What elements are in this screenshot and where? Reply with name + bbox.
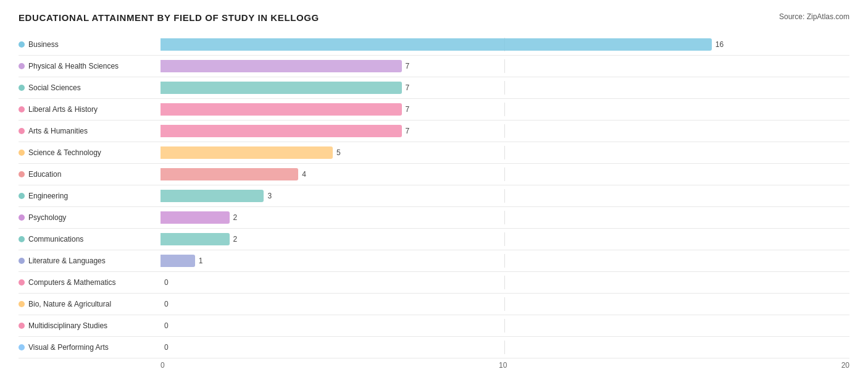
bar-fill (161, 146, 333, 159)
bar-dot (19, 193, 25, 199)
bar-value: 0 (164, 300, 169, 308)
bar-dot (19, 301, 25, 307)
bar-label: Education (28, 170, 61, 179)
bar-dot (19, 171, 25, 177)
bar-label: Liberal Arts & History (28, 105, 98, 114)
bar-track: 2 (161, 232, 849, 246)
bar-row: Multidisciplinary Studies0 (19, 315, 849, 337)
bar-row: Business16 (19, 34, 849, 56)
bar-dot (19, 128, 25, 134)
bar-label: Communications (28, 235, 83, 244)
chart-title: EDUCATIONAL ATTAINMENT BY FIELD OF STUDY… (19, 12, 319, 23)
bar-value: 5 (336, 148, 341, 157)
bar-label: Social Sciences (28, 83, 81, 92)
source-label: Source: ZipAtlas.com (779, 12, 849, 21)
bar-label: Physical & Health Sciences (28, 62, 119, 70)
bar-dot (19, 258, 25, 264)
bar-track: 4 (161, 167, 849, 181)
bar-fill (161, 211, 230, 224)
bar-track: 3 (161, 189, 849, 203)
bar-track: 16 (161, 38, 849, 51)
bar-value: 0 (164, 321, 169, 330)
bar-value: 16 (716, 40, 724, 49)
bar-dot (19, 106, 25, 112)
bar-track: 7 (161, 81, 849, 95)
bar-label: Multidisciplinary Studies (28, 321, 107, 330)
bar-row: Computers & Mathematics0 (19, 272, 849, 294)
bar-value: 1 (199, 256, 203, 265)
bar-label: Visual & Performing Arts (28, 343, 109, 352)
bar-dot (19, 41, 25, 48)
bar-fill (161, 233, 230, 245)
bar-label: Business (28, 40, 59, 49)
bar-label: Science & Technology (28, 148, 101, 157)
bar-value: 7 (406, 105, 410, 114)
bar-label: Literature & Languages (28, 256, 106, 265)
bar-track: 0 (161, 297, 849, 311)
bar-track: 2 (161, 211, 849, 224)
bar-row: Communications2 (19, 229, 849, 250)
x-axis: 01020 (19, 361, 849, 370)
bar-label: Computers & Mathematics (28, 278, 115, 287)
bar-dot (19, 214, 25, 221)
bar-label: Psychology (28, 213, 66, 222)
bar-row: Social Sciences7 (19, 77, 849, 99)
x-tick: 10 (499, 361, 507, 370)
bar-row: Science & Technology5 (19, 142, 849, 164)
bar-row: Bio, Nature & Agricultural0 (19, 294, 849, 315)
bar-track: 7 (161, 103, 849, 116)
x-tick: 0 (161, 361, 165, 370)
bar-value: 0 (164, 278, 169, 287)
bar-value: 2 (233, 213, 238, 222)
bar-row: Physical & Health Sciences7 (19, 56, 849, 77)
bar-fill (161, 125, 402, 137)
bar-dot (19, 150, 25, 156)
bar-value: 7 (406, 127, 410, 135)
bar-track: 0 (161, 341, 849, 354)
bar-value: 3 (267, 192, 272, 200)
bar-label: Engineering (28, 192, 68, 200)
bar-track: 0 (161, 319, 849, 333)
bar-dot (19, 236, 25, 242)
bar-value: 4 (302, 170, 306, 179)
bar-fill (161, 190, 264, 202)
bar-value: 2 (233, 235, 238, 244)
bar-track: 1 (161, 254, 849, 268)
bar-value: 0 (164, 343, 169, 352)
bar-value: 7 (406, 62, 410, 70)
bar-row: Visual & Performing Arts0 (19, 337, 849, 358)
bar-row: Education4 (19, 164, 849, 185)
bar-track: 7 (161, 59, 849, 73)
bar-fill (161, 38, 712, 51)
bar-label: Bio, Nature & Agricultural (28, 300, 111, 308)
bar-dot (19, 63, 25, 69)
bar-row: Liberal Arts & History7 (19, 99, 849, 121)
bar-track: 5 (161, 146, 849, 159)
bar-dot (19, 323, 25, 329)
bar-fill (161, 60, 402, 72)
bar-row: Engineering3 (19, 185, 849, 207)
x-tick: 20 (841, 361, 849, 370)
bar-track: 0 (161, 276, 849, 289)
bar-dot (19, 279, 25, 286)
bar-label: Arts & Humanities (28, 127, 88, 135)
bar-fill (161, 255, 195, 267)
bar-row: Literature & Languages1 (19, 250, 849, 272)
bar-track: 7 (161, 124, 849, 138)
chart-area: Business16Physical & Health Sciences7Soc… (19, 34, 849, 358)
bar-row: Arts & Humanities7 (19, 121, 849, 142)
bar-dot (19, 344, 25, 350)
bar-value: 7 (406, 83, 410, 92)
bar-fill (161, 82, 402, 94)
bar-dot (19, 85, 25, 91)
bar-fill (161, 168, 298, 180)
bar-fill (161, 103, 402, 116)
bar-row: Psychology2 (19, 207, 849, 229)
